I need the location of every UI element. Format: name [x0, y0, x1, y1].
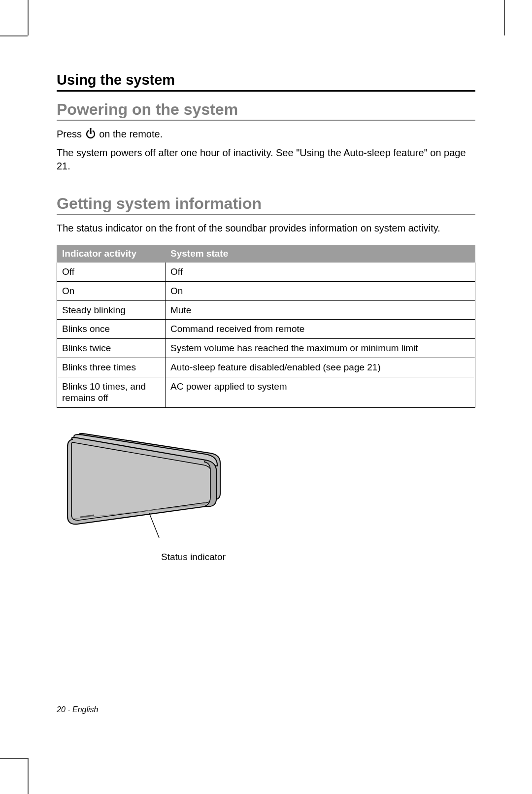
table-cell: Blinks 10 times, and remains off — [57, 377, 166, 408]
power-icon — [86, 128, 96, 142]
subheading-system-info: Getting system information — [57, 195, 475, 215]
table-cell: Blinks once — [57, 320, 166, 339]
crop-mark — [28, 758, 29, 794]
subheading-powering-on: Powering on the system — [57, 100, 475, 121]
page-footer: 20 - English — [57, 705, 99, 714]
table-header: Indicator activity — [57, 245, 166, 263]
table-cell: System volume has reached the maximum or… — [166, 339, 475, 358]
table-header: System state — [166, 245, 475, 263]
soundbar-diagram: Status indicator — [58, 430, 475, 562]
crop-mark — [0, 758, 28, 759]
table-cell: Steady blinking — [57, 300, 166, 320]
crop-mark — [28, 0, 29, 35]
table-cell: Mute — [166, 300, 475, 320]
status-table: Indicator activity System state Off Off … — [57, 245, 475, 408]
text-fragment: on the remote. — [97, 129, 163, 139]
table-row: Off Off — [57, 263, 475, 282]
body-text: The system powers off after one hour of … — [57, 146, 475, 173]
body-text: The status indicator on the front of the… — [57, 222, 475, 235]
crop-mark — [504, 0, 505, 35]
table-row: Blinks once Command received from remote — [57, 320, 475, 339]
table-cell: Blinks twice — [57, 339, 166, 358]
crop-mark — [0, 35, 28, 36]
text-fragment: Press — [57, 129, 85, 139]
table-row: Steady blinking Mute — [57, 300, 475, 320]
table-cell: Blinks three times — [57, 358, 166, 377]
table-cell: Off — [57, 263, 166, 282]
table-cell: AC power applied to system — [166, 377, 475, 408]
table-cell: Auto-sleep feature disabled/enabled (see… — [166, 358, 475, 377]
table-row: Blinks three times Auto-sleep feature di… — [57, 358, 475, 377]
svg-rect-3 — [90, 128, 91, 134]
svg-line-5 — [149, 513, 159, 538]
section-title: Using the system — [57, 72, 475, 92]
table-cell: On — [166, 281, 475, 300]
page-content: Using the system Powering on the system … — [57, 72, 475, 562]
table-cell: Off — [166, 263, 475, 282]
table-cell: On — [57, 281, 166, 300]
table-cell: Command received from remote — [166, 320, 475, 339]
diagram-label: Status indicator — [161, 552, 475, 562]
body-text: Press on the remote. — [57, 128, 475, 142]
table-row: Blinks 10 times, and remains off AC powe… — [57, 377, 475, 408]
table-row: On On — [57, 281, 475, 300]
table-row: Blinks twice System volume has reached t… — [57, 339, 475, 358]
